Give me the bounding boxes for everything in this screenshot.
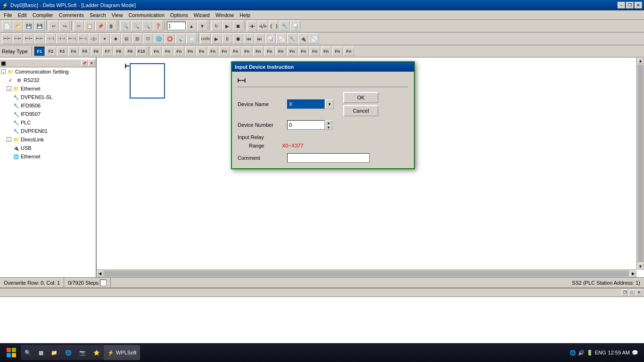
cancel-button[interactable]: Cancel	[343, 105, 379, 116]
tb2-28[interactable]: 📉	[309, 33, 319, 44]
tb2-22[interactable]: ⏮	[244, 33, 254, 44]
tree-item-ifd9507[interactable]: 🔧 IFD9507	[11, 110, 96, 118]
tree-item-dvpfen01[interactable]: 🔧 DVPFEN01	[11, 127, 96, 135]
tb2-3[interactable]: ⊢⊢	[24, 33, 34, 44]
relay-btn-fn9[interactable]: Fn	[242, 47, 252, 56]
tb2-16[interactable]: ⭕	[165, 33, 175, 44]
tb2-26[interactable]: 🔧	[287, 33, 297, 44]
search-taskbar-button[interactable]: 🔍	[21, 345, 35, 360]
ok-button[interactable]: OK	[343, 92, 379, 103]
tb2-17[interactable]: 📡	[175, 33, 186, 44]
tb-contact-nc[interactable]: ⊣/⊢	[258, 21, 268, 31]
menu-edit[interactable]: Edit	[15, 11, 30, 19]
start-button[interactable]	[2, 344, 21, 361]
minimize-button[interactable]: –	[618, 2, 625, 8]
relay-btn-f6[interactable]: F6	[91, 47, 101, 56]
tb2-10[interactable]: ●	[99, 33, 110, 44]
tb-run[interactable]: ▶	[222, 21, 232, 31]
relay-btn-fn4[interactable]: Fn	[185, 47, 196, 56]
expand-directlink[interactable]: -	[7, 137, 11, 142]
scroll-down-button[interactable]: ▼	[637, 263, 644, 270]
relay-btn-fn15[interactable]: Fn	[310, 47, 320, 56]
tree-item-rs232[interactable]: ✓ ⚙ RS232	[6, 76, 96, 84]
device-name-input[interactable]	[287, 99, 325, 109]
comment-input[interactable]	[287, 153, 370, 163]
tb-up[interactable]: ▲	[186, 21, 197, 31]
tb-delete[interactable]: 🗑	[106, 21, 116, 31]
tb2-1[interactable]: ⊢⊢	[2, 33, 12, 44]
expand-ethernet[interactable]: -	[7, 86, 11, 91]
tb2-5[interactable]: ⊣⊣	[45, 33, 56, 44]
bottom-maximize-button[interactable]: □	[628, 289, 635, 296]
tree-item-usb[interactable]: 🔌 USB	[11, 144, 96, 152]
scroll-thumb-v[interactable]	[638, 65, 644, 262]
device-number-up[interactable]: ▲	[325, 120, 332, 125]
tb2-12[interactable]: ▤	[121, 33, 132, 44]
tb2-24[interactable]: 📊	[265, 33, 276, 44]
relay-btn-f2[interactable]: F2	[46, 47, 56, 56]
menu-view[interactable]: View	[109, 11, 126, 19]
tb-help[interactable]: ❓	[153, 21, 163, 31]
tb-cut[interactable]: ✂	[74, 21, 84, 31]
device-number-down[interactable]: ▼	[325, 125, 332, 130]
tb-app[interactable]: 🔧	[280, 21, 290, 31]
tb2-27[interactable]: 🔌	[298, 33, 308, 44]
wplsoft-taskbar-button[interactable]: ⚡ WPLSoft	[104, 345, 140, 360]
relay-btn-fn14[interactable]: Fn	[298, 47, 309, 56]
scroll-right-button[interactable]: ▶	[630, 271, 636, 277]
tb-new[interactable]: 📄	[2, 21, 12, 31]
tree-item-plc[interactable]: 🔧 PLC	[11, 118, 96, 127]
tb-monitor[interactable]: 📊	[290, 21, 301, 31]
tb2-23[interactable]: ⏭	[255, 33, 265, 44]
menu-search[interactable]: Search	[87, 11, 109, 19]
tb2-7[interactable]: ⊢⊣	[67, 33, 77, 44]
expand-comm[interactable]: -	[1, 69, 6, 74]
tb2-15[interactable]: 🌐	[154, 33, 164, 44]
tree-item-comm-setting[interactable]: - 📁 Communication Setting	[0, 67, 96, 76]
relay-btn-fn3[interactable]: Fn	[174, 47, 184, 56]
tree-pin-button[interactable]: 📌	[81, 60, 88, 66]
store-taskbar-button[interactable]: ⭐	[90, 345, 104, 360]
vertical-scrollbar[interactable]: ▲ ▼	[636, 58, 644, 270]
tb2-25[interactable]: 📈	[276, 33, 287, 44]
camera-taskbar-button[interactable]: 📷	[75, 345, 90, 360]
close-button[interactable]: ✕	[635, 2, 642, 8]
menu-communication[interactable]: Communication	[125, 11, 167, 19]
file-explorer-taskbar-button[interactable]: 📁	[47, 345, 61, 360]
bottom-restore-button[interactable]: ❐	[621, 289, 628, 296]
relay-btn-fn8[interactable]: Fn	[231, 47, 241, 56]
menu-wizard[interactable]: Wizard	[191, 11, 213, 19]
tb-down[interactable]: ▼	[197, 21, 207, 31]
tb-stop[interactable]: ⏹	[233, 21, 243, 31]
scroll-thumb-h[interactable]	[104, 271, 629, 277]
relay-btn-fn16[interactable]: Fn	[321, 47, 331, 56]
relay-btn-fn12[interactable]: Fn	[276, 47, 286, 56]
tb2-18[interactable]: 📨	[186, 33, 197, 44]
tb-contact-no[interactable]: ⊣⊢	[247, 21, 257, 31]
tb2-code[interactable]: code	[200, 33, 211, 44]
scroll-left-button[interactable]: ◀	[97, 271, 103, 277]
relay-btn-fn2[interactable]: Fn	[163, 47, 173, 56]
tb-open[interactable]: 📂	[13, 21, 23, 31]
menu-file[interactable]: File	[1, 11, 15, 19]
tb-refresh[interactable]: ↻	[211, 21, 222, 31]
tree-item-directlink[interactable]: - 📁 DirectLink	[6, 135, 96, 144]
relay-btn-selected[interactable]: F1	[34, 47, 45, 56]
relay-btn-fn13[interactable]: Fn	[287, 47, 297, 56]
tb2-11[interactable]: ◆	[110, 33, 121, 44]
relay-btn-f4[interactable]: F4	[68, 47, 79, 56]
relay-btn-f8[interactable]: F8	[114, 47, 124, 56]
tb-paste[interactable]: 📌	[95, 21, 106, 31]
relay-btn-f9[interactable]: F9	[125, 47, 135, 56]
task-view-button[interactable]: ▦	[35, 345, 47, 360]
menu-help[interactable]: Help	[237, 11, 253, 19]
menu-options[interactable]: Options	[167, 11, 191, 19]
device-number-input[interactable]	[287, 120, 325, 130]
horizontal-scrollbar[interactable]: ◀ ▶	[97, 270, 636, 277]
relay-btn-f5[interactable]: F5	[80, 47, 90, 56]
tree-item-ethernet[interactable]: - 📁 Ethernet	[6, 84, 96, 93]
tree-item-ethernet-directlink[interactable]: 🌐 Ethernet	[11, 152, 96, 161]
tb-address-input[interactable]	[167, 22, 186, 30]
menu-comments[interactable]: Comments	[56, 11, 87, 19]
tb-copy[interactable]: 📋	[84, 21, 95, 31]
